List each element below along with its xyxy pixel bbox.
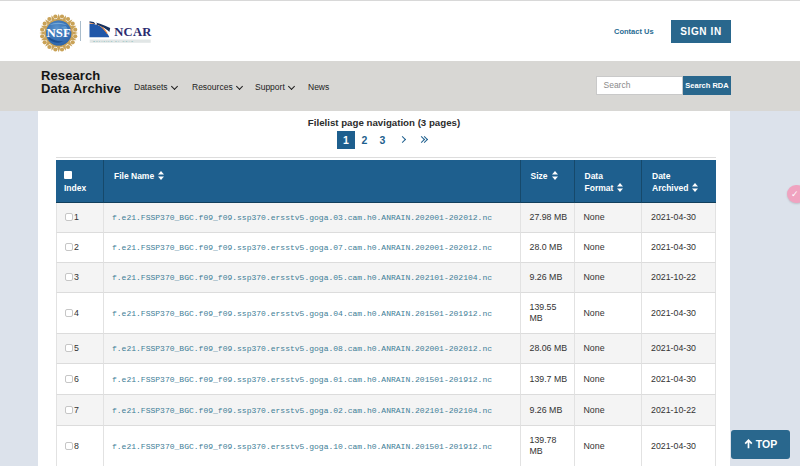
svg-text:Operated by UCAR: Operated by UCAR	[93, 40, 134, 43]
svg-text:NSF: NSF	[47, 26, 71, 40]
svg-text:NCAR: NCAR	[114, 25, 152, 39]
